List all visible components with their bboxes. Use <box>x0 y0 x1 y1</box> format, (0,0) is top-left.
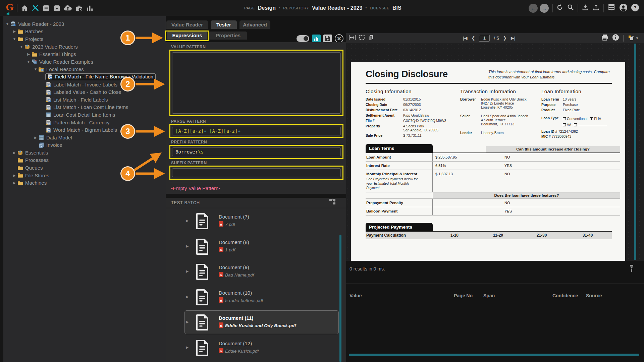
tab-tester[interactable]: Tester <box>211 20 237 29</box>
clear-results-icon[interactable] <box>629 265 634 274</box>
batch-process-icon[interactable] <box>53 4 61 12</box>
results-chart-button[interactable] <box>312 35 321 43</box>
tree-item[interactable]: ▼ Value Reader - 2023 <box>3 20 166 28</box>
grooper-logo-icon[interactable]: G <box>5 1 15 15</box>
stats-icon[interactable] <box>86 4 94 12</box>
document-page[interactable]: Closing Disclosure This form is a statem… <box>351 62 625 261</box>
upload-icon[interactable] <box>592 4 600 12</box>
test-batch-document[interactable]: ▶ Document (8) 1.pdf <box>166 234 346 259</box>
refresh-icon[interactable] <box>556 4 564 12</box>
tree-item[interactable]: ▶ Batches <box>3 28 166 36</box>
tree-expander-icon[interactable]: ▶ <box>12 174 17 177</box>
layout-options-dropdown[interactable]: ▼ <box>628 35 639 42</box>
document-expander-icon[interactable]: ▶ <box>186 269 189 274</box>
document-expander-icon[interactable]: ▶ <box>186 244 189 248</box>
repository-database-icon[interactable] <box>607 3 616 13</box>
test-batch-scrollbar[interactable] <box>339 235 341 362</box>
col-value[interactable]: Value <box>350 293 362 298</box>
col-confidence[interactable]: Confidence <box>552 293 578 298</box>
tree-item[interactable]: Processes <box>3 157 166 164</box>
document-canvas[interactable]: Closing Disclosure This form is a statem… <box>346 43 644 261</box>
highlight-toggle[interactable] <box>297 35 309 42</box>
import-icon[interactable] <box>64 4 72 12</box>
region-select-icon[interactable] <box>359 35 365 42</box>
test-batch-document[interactable]: ▶ Document (9) Bad Name.pdf <box>166 259 346 285</box>
tab-advanced[interactable]: Advanced <box>239 20 270 29</box>
tree-item[interactable]: ▼ Projects <box>3 35 166 43</box>
tree-item[interactable]: Word Match - Bigram Labels <box>3 126 166 134</box>
print-icon[interactable] <box>601 34 608 42</box>
test-batch-document[interactable]: ▶ Document (11) Eddie Kusick and Ody Boe… <box>166 310 346 335</box>
test-batch-document[interactable]: ▶ Document (10) 5-radio-buttons.pdf <box>166 285 346 310</box>
tab-properties[interactable]: Properties <box>209 32 247 40</box>
tree-item[interactable]: Pattern Match - Currency <box>3 119 166 126</box>
fit-width-icon[interactable] <box>349 35 356 42</box>
tree-item[interactable]: Label Match - Invoice Labels <box>3 81 166 88</box>
info-icon[interactable] <box>612 34 619 42</box>
download-icon[interactable] <box>582 4 589 12</box>
suffix-pattern-input[interactable] <box>172 168 341 177</box>
tree-expander-icon[interactable]: ▼ <box>5 22 10 26</box>
account-icon[interactable] <box>619 3 628 13</box>
search-icon[interactable] <box>567 4 574 12</box>
tree-item[interactable]: List Match - Field Labels <box>3 96 166 104</box>
tree-item[interactable]: Invoice <box>3 141 166 149</box>
forward-button[interactable]: → <box>540 4 549 13</box>
tree-item[interactable]: ▼ 2023 Value Readers <box>3 43 166 51</box>
last-page-button[interactable]: ▶| <box>511 36 515 41</box>
tab-value-reader[interactable]: Value Reader <box>166 20 208 29</box>
tree-item[interactable]: ▶ Essentials <box>3 149 166 157</box>
parse-pattern-input[interactable]: [A-Z][a-z]+ [A-Z][a-z]+ <box>172 127 341 135</box>
tree-item[interactable]: Labeled Value - Cash to Close <box>3 88 166 96</box>
page-value[interactable]: Design <box>258 5 276 11</box>
document-expander-icon[interactable]: ▶ <box>186 219 189 223</box>
tree-item[interactable]: ▶ Machines <box>3 179 166 187</box>
tree-item[interactable]: ▶ Data Model <box>3 134 166 141</box>
tree-expander-icon[interactable]: ▶ <box>12 151 17 155</box>
tree-item[interactable]: ▶ Essential Things <box>3 50 166 58</box>
save-button[interactable] <box>323 35 332 43</box>
tree-item[interactable]: Field Match - File Name Borrower Validat… <box>3 73 166 81</box>
tree-expander-icon[interactable]: ▼ <box>19 45 24 49</box>
jobs-icon[interactable] <box>75 4 83 12</box>
tree-expander-icon[interactable]: ▼ <box>33 67 38 71</box>
first-page-button[interactable]: |◀ <box>463 36 467 41</box>
document-expander-icon[interactable]: ▶ <box>186 345 189 350</box>
tree-item[interactable]: ▼ Local Resources <box>3 66 166 73</box>
help-icon[interactable]: ? <box>631 3 639 13</box>
tree-expander-icon[interactable]: ▼ <box>26 60 31 64</box>
tree-item[interactable]: Loan Cost Detail Line Items <box>3 111 166 119</box>
col-source[interactable]: Source <box>586 293 602 298</box>
tree-item[interactable]: Queues <box>3 164 166 172</box>
close-tester-button[interactable]: ✕ <box>335 34 343 43</box>
prefix-pattern-input[interactable]: Borrower\s <box>172 147 341 156</box>
results-hscrollbar[interactable] <box>349 354 639 356</box>
back-button[interactable]: ← <box>529 4 538 13</box>
test-batch-document[interactable]: ▶ Document (12) Eddie Kusick.pdf <box>166 335 346 361</box>
test-batch-document[interactable]: ▶ Document (7) 7.pdf <box>166 208 346 234</box>
value-pattern-input[interactable] <box>172 52 341 114</box>
home-icon[interactable] <box>21 4 29 12</box>
tab-expressions[interactable]: Expressions <box>167 32 207 40</box>
document-expander-icon[interactable]: ▶ <box>186 320 189 324</box>
col-page-no[interactable]: Page No <box>454 293 473 298</box>
next-page-button[interactable]: ❯ <box>503 36 507 41</box>
design-tools-icon[interactable] <box>32 4 39 12</box>
viewer-scrollbar[interactable] <box>634 44 636 260</box>
tree-expander-icon[interactable]: ▼ <box>12 37 17 41</box>
tree-expander-icon[interactable]: ▶ <box>12 181 17 185</box>
tree-expander-icon[interactable]: ▶ <box>33 136 38 139</box>
col-span[interactable]: Span <box>483 293 495 298</box>
tree-expander-icon[interactable]: ▶ <box>12 29 17 33</box>
batch-hierarchy-icon[interactable] <box>329 198 336 206</box>
prev-page-button[interactable]: ❮ <box>471 36 475 41</box>
page-number-input[interactable]: 1 <box>479 35 490 42</box>
tree-item[interactable]: ▼ Value Reader Examples <box>3 58 166 66</box>
tree-item[interactable]: List Match - Loan Cost Line Items <box>3 104 166 111</box>
repository-value[interactable]: Value Reader - 2023 <box>312 5 362 11</box>
document-expander-icon[interactable]: ▶ <box>186 295 189 299</box>
thumbnails-icon[interactable] <box>368 35 374 42</box>
tree-expander-icon[interactable]: ▶ <box>26 52 31 56</box>
tree-item[interactable]: ▶ File Stores <box>3 172 166 179</box>
batches-icon[interactable] <box>42 4 50 12</box>
